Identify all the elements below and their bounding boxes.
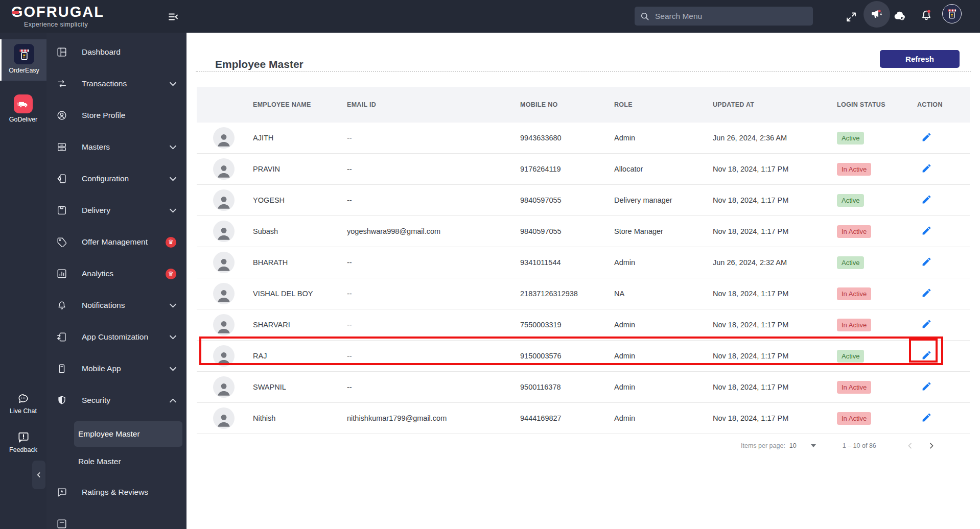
search-input[interactable] [654, 11, 808, 21]
edit-button[interactable] [921, 412, 932, 423]
cell-action [917, 319, 970, 331]
cell-email: -- [347, 383, 520, 391]
person-avatar-icon [215, 162, 232, 180]
person-avatar-icon [215, 412, 232, 429]
sidebar-item-mobile-app[interactable]: Mobile App [46, 353, 186, 384]
sidebar-item-label: Mobile App [82, 364, 121, 373]
avatar [197, 189, 253, 211]
cell-mobile: 9150003576 [520, 352, 614, 360]
edit-pencil-icon [921, 194, 932, 205]
sidebar-item-item[interactable] [46, 508, 186, 529]
cell-updated-at: Nov 18, 2024, 1:17 PM [713, 227, 837, 235]
offer-management-icon [56, 236, 67, 248]
cell-action [917, 163, 970, 175]
feedback-label: Feedback [0, 446, 46, 453]
person-avatar-icon [215, 349, 232, 367]
edit-button[interactable] [921, 287, 932, 298]
security-icon [56, 395, 67, 406]
edit-button[interactable] [921, 381, 932, 392]
rail-app-ordereasy[interactable]: OrderEasy [0, 39, 46, 81]
sidebar-collapse-button[interactable] [32, 461, 45, 489]
chevron-down-icon [170, 335, 176, 340]
store-avatar-icon[interactable] [942, 4, 962, 23]
announcement-button[interactable] [864, 1, 890, 28]
cell-role: Admin [614, 134, 713, 142]
table-row-sharvari: SHARVARI--7550003319AdminNov 18, 2024, 1… [197, 309, 970, 341]
sidebar-item-dashboard[interactable]: Dashboard [46, 36, 186, 68]
cell-updated-at: Nov 18, 2024, 1:17 PM [713, 196, 837, 204]
live-chat-button[interactable]: Live Chat [0, 392, 46, 415]
cell-employee-name: PRAVIN [253, 165, 347, 173]
status-badge: Active [837, 132, 864, 145]
cell-role: Admin [614, 258, 713, 267]
sidebar-item-notifications[interactable]: Notifications [46, 290, 186, 321]
menu-fold-icon[interactable] [165, 10, 182, 23]
cell-employee-name: Nithish [253, 414, 347, 422]
cell-employee-name: AJITH [253, 134, 347, 142]
status-badge: In Active [837, 412, 871, 425]
store-profile-icon [56, 110, 67, 121]
cell-employee-name: Subash [253, 227, 347, 235]
edit-button[interactable] [921, 256, 932, 267]
column-header-login-status: LOGIN STATUS [837, 101, 917, 108]
edit-button[interactable] [921, 225, 932, 236]
live-chat-icon [17, 392, 30, 405]
sidebar-item-transactions[interactable]: Transactions [46, 68, 186, 100]
sidebar-item-app-customization[interactable]: App Customization [46, 321, 186, 353]
refresh-button[interactable]: Refresh [880, 50, 960, 68]
sidebar-item-label: Masters [82, 142, 110, 152]
godeliver-truck-icon [14, 94, 33, 113]
sidebar-item-store-profile[interactable]: Store Profile [46, 100, 186, 131]
cell-updated-at: Nov 18, 2024, 1:17 PM [713, 383, 837, 391]
cell-mobile: 9943633680 [520, 134, 614, 142]
rail-app-godeliver[interactable]: GoDeliver [0, 90, 46, 127]
table-row-yogesh: YOGESH--9840597055Delivery managerNov 18… [197, 185, 970, 216]
edit-button[interactable] [921, 350, 932, 360]
items-per-page-value[interactable]: 10 [789, 442, 797, 449]
edit-button[interactable] [921, 132, 932, 142]
sidebar-item-configuration[interactable]: Configuration [46, 163, 186, 195]
live-chat-label: Live Chat [0, 407, 46, 415]
sidebar-subitem-role-master[interactable]: Role Master [74, 447, 182, 476]
feedback-button[interactable]: Feedback [0, 430, 46, 453]
sidebar-item-delivery[interactable]: Delivery [46, 195, 186, 226]
chevron-down-icon [170, 177, 176, 181]
sidebar-item-ratings-reviews[interactable]: Ratings & Reviews [46, 476, 186, 508]
edit-button[interactable] [921, 319, 932, 329]
notification-bell-icon[interactable] [919, 7, 934, 23]
cell-email: -- [347, 352, 520, 360]
announcement-icon [870, 7, 884, 21]
cell-login-status: In Active [837, 319, 917, 331]
search-box[interactable] [635, 7, 813, 26]
sidebar-item-security[interactable]: Security [46, 384, 186, 416]
sidebar-subitem-employee-master[interactable]: Employee Master [74, 421, 182, 447]
cell-mobile: 9341011544 [520, 258, 614, 267]
fullscreen-icon[interactable] [844, 10, 858, 24]
chevron-right-icon [927, 442, 936, 450]
sidebar-item-label: Security [82, 396, 110, 405]
chevron-down-icon [170, 303, 176, 308]
edit-button[interactable] [921, 163, 932, 174]
cell-login-status: Active [837, 256, 917, 269]
person-avatar-icon [215, 225, 232, 242]
sidebar: DashboardTransactionsStore ProfileMaster… [46, 33, 186, 529]
sidebar-item-analytics[interactable]: Analytics♛ [46, 258, 186, 290]
sidebar-item-masters[interactable]: Masters [46, 131, 186, 163]
premium-crown-icon: ♛ [166, 237, 176, 248]
edit-button[interactable] [921, 194, 932, 205]
items-per-page-caret-icon[interactable] [811, 444, 816, 447]
cell-login-status: Active [837, 132, 917, 145]
sidebar-item-offer-management[interactable]: Offer Management♛ [46, 226, 186, 258]
status-badge: In Active [837, 163, 871, 176]
edit-pencil-icon [921, 319, 932, 329]
logo-g-dash [12, 11, 19, 14]
cell-login-status: In Active [837, 163, 917, 176]
mini-store-icon [946, 8, 958, 20]
pagination-prev-button[interactable] [906, 442, 914, 450]
cell-action [917, 194, 970, 206]
mobile-app-icon [56, 363, 67, 374]
pagination-next-button[interactable] [927, 442, 936, 450]
cloud-sync-icon[interactable] [891, 8, 908, 24]
cell-updated-at: Nov 18, 2024, 1:17 PM [713, 414, 837, 422]
edit-pencil-icon [921, 225, 932, 236]
